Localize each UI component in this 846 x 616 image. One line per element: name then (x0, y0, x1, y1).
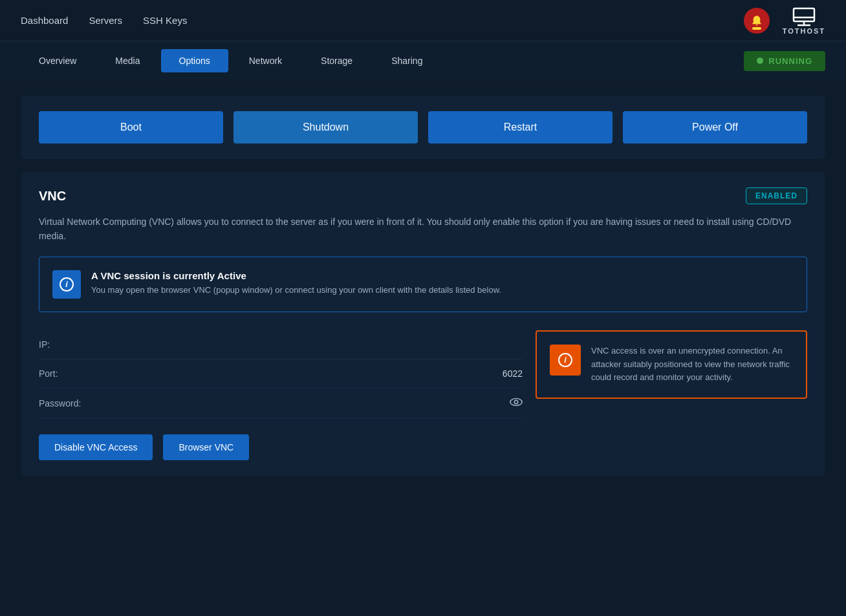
status-dot (757, 58, 763, 64)
password-field-row: Password: (39, 388, 523, 419)
power-off-button[interactable]: Power Off (623, 111, 807, 143)
notification-icon[interactable] (744, 8, 770, 34)
nav-servers[interactable]: Servers (89, 15, 122, 26)
vnc-session-alert: i A VNC session is currently Active You … (39, 257, 807, 312)
vnc-session-title: A VNC session is currently Active (91, 270, 501, 281)
vnc-status-badge: ENABLED (746, 187, 807, 204)
brand-name: TOTHOST (783, 27, 825, 35)
password-label: Password: (39, 398, 103, 409)
vnc-card: VNC ENABLED Virtual Network Computing (V… (21, 172, 825, 476)
vnc-session-body: You may open the browser VNC (popup wind… (91, 285, 501, 295)
shutdown-button[interactable]: Shutdown (233, 111, 418, 143)
tabs-list: Overview Media Options Network Storage S… (21, 49, 440, 72)
power-controls: Boot Shutdown Restart Power Off (39, 111, 807, 143)
tab-sharing[interactable]: Sharing (373, 49, 440, 72)
nav-right: TOTHOST (744, 6, 825, 35)
brand-logo: TOTHOST (783, 6, 825, 35)
tab-network[interactable]: Network (231, 49, 300, 72)
vnc-header: VNC ENABLED (39, 187, 807, 204)
tab-overview[interactable]: Overview (21, 49, 94, 72)
port-label: Port: (39, 368, 103, 379)
vnc-title: VNC (39, 189, 66, 204)
vnc-session-info-icon: i (52, 270, 81, 299)
disable-vnc-button[interactable]: Disable VNC Access (39, 434, 153, 460)
top-navigation: Dashboard Servers SSH Keys TOTHOST (0, 0, 846, 41)
tab-options[interactable]: Options (161, 49, 228, 72)
svg-point-5 (514, 400, 517, 403)
status-label: RUNNING (768, 56, 812, 66)
nav-ssh-keys[interactable]: SSH Keys (143, 15, 187, 26)
port-field-row: Port: 6022 (39, 359, 523, 388)
browser-vnc-button[interactable]: Browser VNC (163, 434, 249, 460)
svg-point-4 (510, 398, 522, 405)
tab-storage[interactable]: Storage (303, 49, 371, 72)
vnc-actions: Disable VNC Access Browser VNC (39, 434, 807, 460)
unencrypted-warning: i VNC access is over an unencrypted conn… (536, 330, 807, 399)
nav-dashboard[interactable]: Dashboard (21, 15, 68, 26)
ip-label: IP: (39, 339, 103, 350)
port-value: 6022 (503, 368, 523, 379)
warning-text: VNC access is over an unencrypted connec… (591, 345, 793, 385)
warning-icon: i (550, 345, 581, 376)
svg-rect-0 (794, 8, 814, 21)
nav-links: Dashboard Servers SSH Keys (21, 15, 187, 26)
main-content: Boot Shutdown Restart Power Off VNC ENAB… (0, 80, 846, 504)
server-status-badge: RUNNING (744, 51, 825, 71)
boot-button[interactable]: Boot (39, 111, 223, 143)
password-toggle-icon[interactable] (510, 398, 523, 409)
vnc-session-text: A VNC session is currently Active You ma… (91, 270, 501, 295)
power-controls-card: Boot Shutdown Restart Power Off (21, 96, 825, 159)
vnc-fields: IP: Port: 6022 Password: (39, 330, 523, 419)
restart-button[interactable]: Restart (428, 111, 613, 143)
vnc-details-row: IP: Port: 6022 Password: (39, 330, 807, 419)
tab-media[interactable]: Media (97, 49, 158, 72)
ip-field-row: IP: (39, 330, 523, 359)
vnc-description: Virtual Network Computing (VNC) allows y… (39, 215, 807, 244)
tabs-bar: Overview Media Options Network Storage S… (0, 41, 846, 80)
